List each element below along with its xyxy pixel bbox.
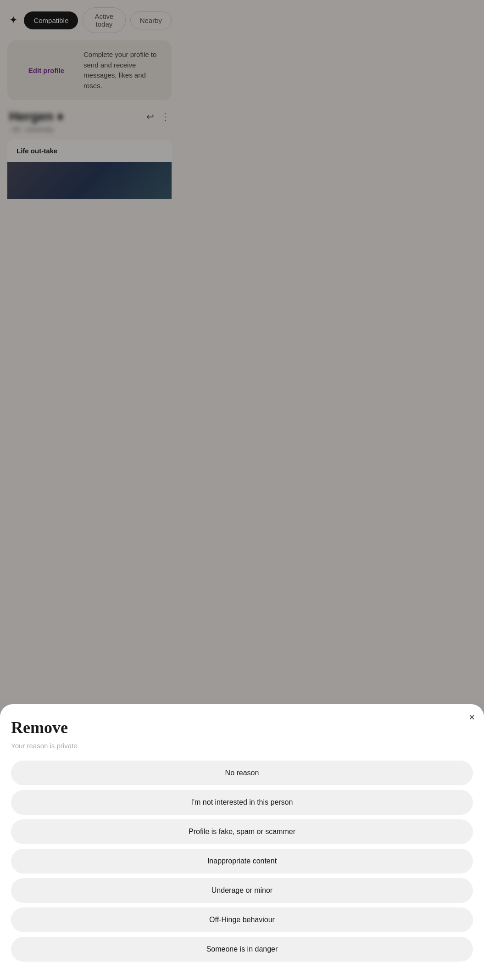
modal-overlay: × Remove Your reason is private No reaso… bbox=[0, 0, 179, 363]
